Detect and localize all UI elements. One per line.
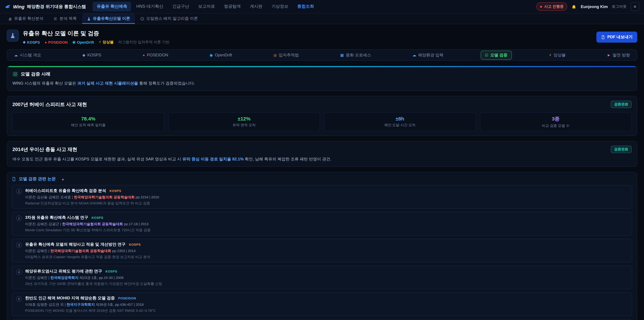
circle-icon: ● [44, 40, 47, 44]
case-2007-header: 2007년 허베이 스피리트 사고 재현 검증완료 [12, 101, 632, 108]
nav-item-oil-spill-forecast[interactable]: 유출유 확산예측 [93, 2, 131, 12]
case-2014-title: 2014년 우이산 충돌 사고 재현 [12, 146, 77, 153]
brand[interactable]: Wing 해양환경 위기대응 통합시스템 [5, 4, 86, 10]
brand-title: 해양환경 위기대응 통합시스템 [27, 4, 86, 10]
case-2014-text: 여수 오동도 인근 원유 유출 사고를 KOSPS 모델로 재현한 결과, 실제… [12, 156, 632, 162]
papers-card: 모델 검증 관련 논문 ▲ 1 허베이스피리트호 유출유 확산예측 검증 분석 … [7, 172, 637, 320]
diamond-icon: ◆ [82, 53, 85, 57]
section-nav-model-validation[interactable]: ☑ 모델 검증 [480, 51, 512, 60]
nav-item-board[interactable]: 게시판 [246, 2, 266, 12]
diamond-icon: ◆ [23, 40, 26, 44]
case-2007-stats: 78.4% 해안 표착 예측 일치율 ±12% 유막 면적 오차 ±8h 해안 … [12, 112, 632, 131]
collapse-arrow-icon[interactable]: ▲ [61, 177, 64, 181]
paper-meta: 이문진·김선동·김혜진·오세웅 | 한국해양과학기술협의회 공동학술대회 pp.… [25, 195, 628, 200]
paper-number: 5 [16, 296, 22, 302]
paper-item[interactable]: 6 원격탐사 기반의 유출유 확산예측 및 해양오염 방제 지원 POSEIDO… [12, 319, 632, 320]
lightning-icon: ⚡ [549, 53, 552, 57]
check-icon: ☑ [485, 53, 488, 57]
cloud-icon: ☁ [14, 53, 18, 57]
paper-number: 1 [16, 189, 22, 194]
paper-model-badge: KOSPS [92, 216, 104, 219]
pdf-export-button[interactable]: PDF 내보내기 [596, 32, 637, 43]
check-icon: ☑ [12, 72, 18, 77]
paper-model-badge: KOSPS [110, 189, 122, 193]
highlight-text: 유막 중심 이동 경로 일치율 82.1% [182, 157, 244, 161]
document-icon [12, 177, 16, 181]
model-badge-row: ◆ KOSPS ● POSEIDON ◉ OpenDrift ⚡ 앙상블 [23, 40, 170, 45]
main-content: 유출유 확산 모델 이론 및 검증 ◆ KOSPS ● POSEIDON ◉ O… [0, 24, 644, 320]
sub-tabbar: 유출유 확산분석 분석 목록 유출유확산모델 이론 오일펜스 배치 알고리즘 이… [0, 14, 644, 24]
paper-meta: 이문진·김혜진 | 한국해양과학기술협의회 공동학술대회 pp.2353 | 2… [25, 249, 628, 253]
paper-title: 해양유류오염사고 위해도 평가에 관한 연구 [25, 268, 102, 274]
paper-item[interactable]: 5 한반도 인근 해역 MOHID 지역 해양순환 모델 검증 POSEIDON… [12, 292, 632, 316]
journal-name: 한국해양과학기술협의회 공동학술대회 [74, 195, 135, 199]
flask-icon [87, 17, 91, 21]
target-icon: ◉ [72, 40, 76, 44]
circle-icon: ● [143, 53, 145, 57]
grid-icon: ▦ [340, 53, 344, 57]
cloud-icon: ☁ [412, 53, 416, 57]
incident-status-badge[interactable]: 사고 진행중 [536, 2, 567, 11]
case-2014-card: 2014년 우이산 충돌 사고 재현 검증완료 여수 오동도 인근 원유 유출 … [7, 141, 637, 167]
case-2007-title: 2007년 허베이 스피리트 사고 재현 [12, 101, 87, 108]
nav-item-integrated-search[interactable]: 통합조회 [293, 2, 318, 12]
nav-item-aerial-search[interactable]: 항공탐색 [220, 2, 245, 12]
page-title: 유출유 확산 모델 이론 및 검증 [23, 30, 170, 37]
top-navbar: Wing 해양환경 위기대응 통합시스템 유출유 확산예측 HNS·대기확산 긴… [0, 0, 644, 14]
section-nav-weathering[interactable]: ▦ 풍화 프로세스 [336, 51, 376, 60]
opendrift-badge: ◉ OpenDrift [72, 40, 94, 44]
stat-shore-match: 78.4% 해안 표착 예측 일치율 [12, 112, 164, 131]
section-nav-future-direction[interactable]: ► 발전 방향 [602, 51, 634, 60]
poseidon-badge: ● POSEIDON [44, 40, 68, 44]
section-nav-overview[interactable]: ☁ 시스템 개요 [10, 51, 46, 60]
case-2014-header: 2014년 우이산 충돌 사고 재현 검증완료 [12, 146, 632, 153]
main-nav: 유출유 확산예측 HNS·대기확산 긴급구난 보고자료 항공탐색 게시판 기상정… [93, 2, 532, 12]
section-nav-poseidon[interactable]: ● POSEIDON [138, 51, 172, 59]
paper-item[interactable]: 4 해양유류오염사고 위해도 평가에 관한 연구 KOSPS 이문진·김혜진 |… [12, 265, 632, 289]
nav-item-weather-info[interactable]: 기상정보 [268, 2, 292, 12]
wing-logo-icon [5, 4, 11, 10]
nav-item-reports[interactable]: 보고자료 [194, 2, 219, 12]
highlight-text: 과거 실제 사고 재현 시뮬레이션을 [77, 81, 138, 86]
section-nav-particle-tracking[interactable]: ◎ 입자추적법 [269, 51, 303, 60]
paper-description: 20년 과거자료 기반 100회 몬테카를로 통계 위험평가·가로림만 해안/어… [25, 281, 628, 286]
section-nav-ensemble[interactable]: ⚡ 앙상블 [544, 51, 570, 60]
section-nav-kosps[interactable]: ◆ KOSPS [78, 51, 106, 59]
hamburger-menu-button[interactable]: ≡ [630, 2, 639, 11]
particle-icon: ◎ [274, 53, 277, 57]
paper-model-badge: POSEIDON [118, 296, 136, 300]
nav-item-hns-dispersion[interactable]: HNS·대기확산 [132, 2, 167, 12]
paper-item[interactable]: 2 3차원 유출유 확산예측 시스템 연구 KOSPS 이문진·김혜진·강광근 … [12, 212, 632, 236]
brand-logo-text: Wing [13, 4, 24, 9]
logout-link[interactable]: 로그아웃 [612, 4, 626, 9]
paper-number: 4 [16, 269, 22, 275]
paper-number: 3 [16, 242, 22, 248]
paper-item[interactable]: 1 허베이스피리트호 유출유 확산예측 검증 분석 KOSPS 이문진·김선동·… [12, 185, 632, 209]
journal-name: 한국해양과학기술협의회 공동학술대회 [62, 222, 123, 226]
tab-diffusion-model-theory[interactable]: 유출유확산모델 이론 [82, 14, 135, 24]
journal-name: 한국지구과학회지 [66, 302, 95, 306]
papers-header[interactable]: 모델 검증 관련 논문 ▲ [12, 176, 632, 182]
app-window: Wing 해양환경 위기대응 통합시스템 유출유 확산예측 HNS·대기확산 긴… [0, 0, 644, 320]
tab-analysis-list[interactable]: 분석 목록 [49, 14, 82, 24]
nav-item-emergency-rescue[interactable]: 긴급구난 [168, 2, 193, 12]
journal-name: 한국해양과학기술협의회 공동학술대회 [50, 249, 111, 253]
section-nav-opendrift[interactable]: ◉ OpenDrift [205, 51, 236, 59]
section-nav: ☁ 시스템 개요 ◆ KOSPS ● POSEIDON ◉ OpenDrift … [7, 49, 637, 61]
paper-meta: 이문진·김혜진·강광근 | 한국해양과학기술협의회 공동학술대회 pp.17-1… [25, 222, 628, 226]
validation-intro-title: ☑ 모델 검증 사례 [12, 71, 632, 77]
paper-description: GS칼텍스 송유관·Captain Vangelis 유출사고 적용 검증·현장… [25, 255, 628, 259]
paper-title: 한반도 인근 해역 MOHID 지역 해양순환 모델 검증 [25, 295, 115, 301]
section-nav-ocean-input[interactable]: ☁ 해양환경 입력 [408, 51, 448, 60]
document-icon [601, 35, 605, 39]
bell-icon[interactable] [572, 4, 577, 9]
tab-oil-fence-algorithm-theory[interactable]: 오일펜스 배치 알고리즘 이론 [136, 14, 202, 24]
tab-spill-analysis[interactable]: 유출유 확산분석 [3, 14, 48, 24]
chart-icon [8, 17, 12, 21]
page-header: 유출유 확산 모델 이론 및 검증 ◆ KOSPS ● POSEIDON ◉ O… [7, 30, 637, 45]
paper-description: Monte Carlo Simulation 기반 3D 확산모델·허베이 스피… [25, 228, 628, 233]
rocket-icon: ► [607, 53, 611, 57]
paper-item[interactable]: 3 유출유 확산예측 모델의 해양사고 적용 및 개선방안 연구 KOSPS 이… [12, 239, 632, 262]
user-name: Eunjeong Kim [581, 4, 608, 9]
journal-name: 한국해양공학회지 [50, 275, 78, 279]
